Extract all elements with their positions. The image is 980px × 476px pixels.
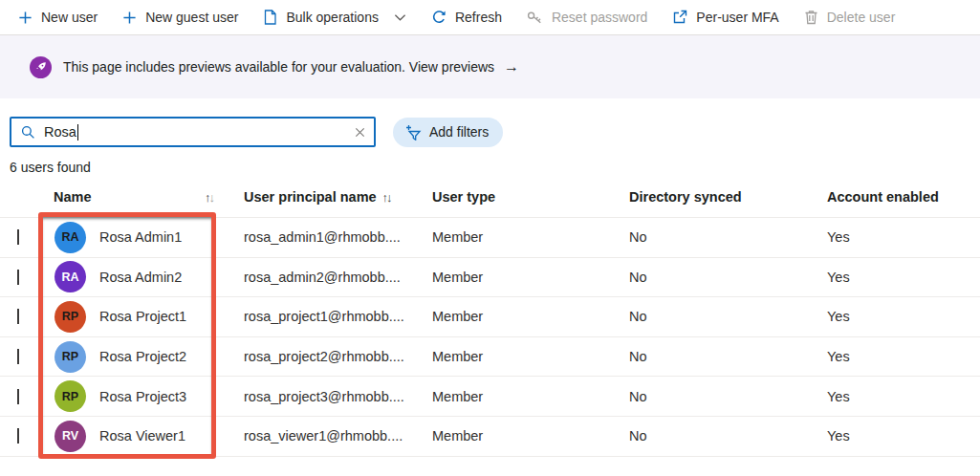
user-name[interactable]: Rosa Project2 xyxy=(99,349,186,364)
delete-user-button[interactable]: Delete user xyxy=(792,0,908,34)
new-guest-user-button[interactable]: New guest user xyxy=(110,0,250,34)
table-row[interactable]: RP Rosa Project1 rosa_project1@rhmobb...… xyxy=(0,297,980,337)
clear-search-button[interactable] xyxy=(354,126,366,139)
key-icon xyxy=(527,11,543,25)
row-checkbox[interactable] xyxy=(17,229,19,245)
filter-row: Rosa Add filters xyxy=(10,117,980,147)
table-row[interactable]: RA Rosa Admin1 rosa_admin1@rhmobb.... Me… xyxy=(0,218,980,258)
directory-synced: No xyxy=(621,309,819,324)
account-enabled: Yes xyxy=(819,229,980,245)
account-enabled: Yes xyxy=(819,309,980,324)
reset-password-button[interactable]: Reset password xyxy=(514,0,660,34)
column-label: User principal name xyxy=(244,189,377,205)
plus-icon xyxy=(122,11,137,25)
trash-icon xyxy=(804,10,818,25)
user-name-cell[interactable]: RP Rosa Project1 xyxy=(46,301,236,333)
external-link-icon xyxy=(672,10,687,25)
avatar: RP xyxy=(54,341,86,373)
table-row[interactable]: RA Rosa Admin2 rosa_admin2@rhmobb.... Me… xyxy=(0,258,980,298)
user-name[interactable]: Rosa Viewer1 xyxy=(99,428,185,444)
row-checkbox[interactable] xyxy=(17,389,19,404)
avatar: RP xyxy=(54,301,86,333)
search-input[interactable]: Rosa xyxy=(10,117,376,147)
toolbar-label: Bulk operations xyxy=(286,10,379,25)
column-header-user-type[interactable]: User type xyxy=(425,189,621,205)
toolbar-label: Reset password xyxy=(552,10,647,25)
user-name-cell[interactable]: RP Rosa Project2 xyxy=(46,341,236,373)
column-header-account-enabled[interactable]: Account enabled xyxy=(819,189,980,205)
user-name-cell[interactable]: RV Rosa Viewer1 xyxy=(46,421,236,452)
row-checkbox[interactable] xyxy=(17,270,19,285)
toolbar-label: New guest user xyxy=(145,10,238,25)
row-checkbox[interactable] xyxy=(17,349,19,364)
add-filters-label: Add filters xyxy=(429,124,489,140)
user-principal-name: rosa_project1@rhmobb.... xyxy=(236,309,425,324)
toolbar-label: Per-user MFA xyxy=(696,10,778,25)
preview-banner: This page includes previews available fo… xyxy=(0,35,980,98)
toolbar-label: Refresh xyxy=(455,10,502,25)
refresh-button[interactable]: Refresh xyxy=(419,0,514,34)
column-header-directory-synced[interactable]: Directory synced xyxy=(621,189,819,205)
user-principal-name: rosa_admin2@rhmobb.... xyxy=(236,270,425,285)
users-table: Name ↑↓ User principal name ↑↓ User type… xyxy=(0,177,980,457)
user-type: Member xyxy=(425,229,621,245)
user-type: Member xyxy=(425,389,621,404)
user-name-cell[interactable]: RP Rosa Project3 xyxy=(46,380,236,412)
account-enabled: Yes xyxy=(819,389,980,404)
row-checkbox[interactable] xyxy=(17,428,19,444)
avatar: RA xyxy=(54,261,86,292)
rocket-icon xyxy=(30,56,52,78)
arrow-right-icon[interactable]: → xyxy=(504,58,519,76)
chevron-down-icon xyxy=(394,13,406,22)
document-icon xyxy=(263,10,277,25)
results-count: 6 users found xyxy=(10,160,980,177)
bulk-operations-button[interactable]: Bulk operations xyxy=(250,0,419,34)
per-user-mfa-button[interactable]: Per-user MFA xyxy=(660,0,791,34)
table-header-row: Name ↑↓ User principal name ↑↓ User type… xyxy=(0,177,980,218)
directory-synced: No xyxy=(621,229,819,245)
user-type: Member xyxy=(425,309,621,324)
refresh-icon xyxy=(431,10,446,25)
add-filter-icon xyxy=(404,124,422,141)
avatar: RV xyxy=(54,421,86,452)
search-value: Rosa xyxy=(44,124,76,140)
command-bar: New user New guest user Bulk operations … xyxy=(0,0,980,35)
text-caret xyxy=(77,124,78,141)
toolbar-label: New user xyxy=(41,10,98,25)
column-label: Name xyxy=(54,189,92,205)
user-name[interactable]: Rosa Admin1 xyxy=(99,229,182,245)
table-row[interactable]: RV Rosa Viewer1 rosa_viewer1@rhmobb.... … xyxy=(0,417,980,457)
directory-synced: No xyxy=(621,270,819,285)
directory-synced: No xyxy=(621,349,819,364)
user-name-cell[interactable]: RA Rosa Admin2 xyxy=(46,261,236,292)
column-label: Account enabled xyxy=(827,189,939,205)
account-enabled: Yes xyxy=(819,270,980,285)
user-principal-name: rosa_project2@rhmobb.... xyxy=(236,349,425,364)
user-name-cell[interactable]: RA Rosa Admin1 xyxy=(46,222,236,253)
column-label: User type xyxy=(432,189,495,205)
row-checkbox[interactable] xyxy=(17,309,19,324)
add-filters-button[interactable]: Add filters xyxy=(393,118,503,147)
sort-icons: ↑↓ xyxy=(205,190,213,205)
directory-synced: No xyxy=(621,389,819,404)
user-principal-name: rosa_project3@rhmobb.... xyxy=(236,389,425,404)
table-row[interactable]: RP Rosa Project3 rosa_project3@rhmobb...… xyxy=(0,377,980,417)
column-header-upn[interactable]: User principal name ↑↓ xyxy=(236,189,425,205)
banner-text[interactable]: This page includes previews available fo… xyxy=(63,59,494,75)
account-enabled: Yes xyxy=(819,349,980,364)
table-row[interactable]: RP Rosa Project2 rosa_project2@rhmobb...… xyxy=(0,337,980,378)
account-enabled: Yes xyxy=(819,428,980,444)
user-type: Member xyxy=(425,270,621,285)
new-user-button[interactable]: New user xyxy=(6,0,110,34)
column-header-name[interactable]: Name ↑↓ xyxy=(46,189,236,205)
avatar: RA xyxy=(54,222,86,253)
user-principal-name: rosa_admin1@rhmobb.... xyxy=(236,229,425,245)
avatar: RP xyxy=(54,380,86,412)
search-icon xyxy=(21,125,35,140)
user-principal-name: rosa_viewer1@rhmobb.... xyxy=(236,428,425,444)
user-name[interactable]: Rosa Project3 xyxy=(99,389,186,404)
user-name[interactable]: Rosa Admin2 xyxy=(99,270,182,285)
user-name[interactable]: Rosa Project1 xyxy=(99,309,186,324)
column-label: Directory synced xyxy=(629,189,742,205)
toolbar-label: Delete user xyxy=(827,10,896,25)
